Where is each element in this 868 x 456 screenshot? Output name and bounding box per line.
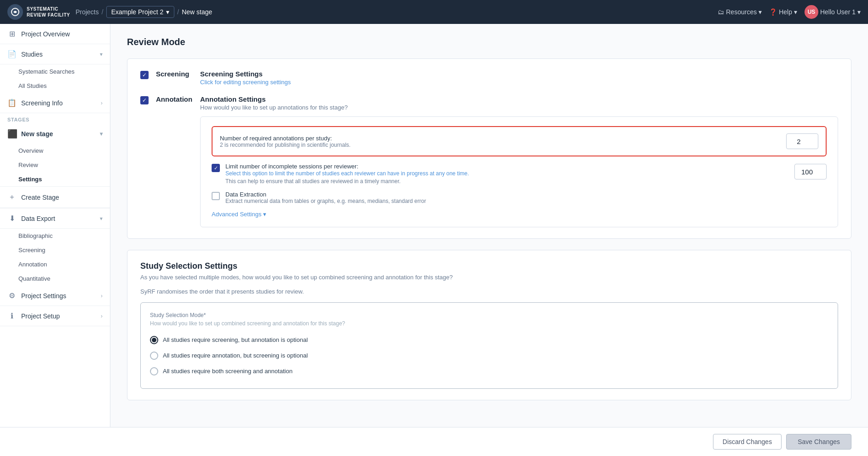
advanced-settings-link[interactable]: Advanced Settings ▾ — [212, 211, 827, 218]
sidebar-project-settings-label: Project Settings — [21, 292, 66, 300]
new-stage-chevron-icon: ▾ — [100, 131, 103, 137]
chevron-down-icon: ▾ — [166, 8, 169, 16]
project-dropdown-button[interactable]: Example Project 2 ▾ — [106, 6, 175, 18]
sidebar-item-studies[interactable]: 📄 Studies ▾ — [0, 44, 110, 64]
breadcrumb-page: New stage — [182, 8, 212, 16]
data-extraction-checkbox[interactable] — [212, 192, 220, 200]
sidebar-item-label: Project Overview — [21, 30, 70, 38]
limit-check-icon: ✓ — [214, 165, 218, 171]
sidebar-new-stage-header[interactable]: ⬛ New stage ▾ — [0, 124, 110, 144]
user-label: Hello User 1 — [820, 8, 856, 16]
limit-sessions-row: ✓ Limit number of incomplete sessions pe… — [212, 163, 827, 185]
new-stage-icon: ⬛ — [7, 129, 17, 139]
breadcrumb: Projects / Example Project 2 ▾ / New sta… — [75, 6, 712, 18]
help-menu[interactable]: ❓ Help ▾ — [769, 8, 797, 16]
info-icon: ℹ — [7, 312, 17, 320]
annotation-label: Annotation — [156, 95, 193, 103]
limit-sessions-checkbox[interactable]: ✓ — [212, 164, 220, 172]
help-label: Help — [779, 8, 792, 16]
sidebar-sub-annotation[interactable]: Annotation — [0, 257, 110, 271]
limit-sessions-desc2: This can help to ensure that all studies… — [225, 178, 469, 185]
resources-chevron-icon: ▾ — [759, 8, 762, 16]
limit-sessions-text: Limit number of incomplete sessions per … — [225, 163, 469, 185]
required-annotations-text: Number of required annotations per study… — [220, 135, 351, 148]
annotation-box: Number of required annotations per study… — [200, 116, 838, 227]
topnav: SYSTEMATIC REVIEW FACILITY Projects / Ex… — [0, 0, 868, 24]
sidebar-sub-quantitative[interactable]: Quantitative — [0, 271, 110, 286]
radio-option-2[interactable]: All studies require annotation, but scre… — [150, 348, 828, 364]
sidebar-sub-overview[interactable]: Overview — [0, 144, 110, 158]
limit-sessions-desc1: Select this option to limit the number o… — [225, 170, 469, 178]
sidebar-sub-screening[interactable]: Screening — [0, 243, 110, 257]
sidebar-sub-all-studies[interactable]: All Studies — [0, 79, 110, 93]
sidebar-item-project-settings[interactable]: ⚙ Project Settings › — [0, 286, 110, 306]
screening-checkbox[interactable]: ✓ — [140, 71, 149, 79]
screening-mode-row: ✓ Screening Screening Settings Click for… — [140, 70, 838, 86]
sidebar-item-project-setup[interactable]: ℹ Project Setup › — [0, 306, 110, 326]
sidebar-create-stage-label: Create Stage — [21, 194, 59, 201]
radio-button-3[interactable] — [150, 367, 158, 375]
radio-button-1[interactable] — [150, 336, 158, 344]
project-overview-icon: ⊞ — [7, 29, 17, 38]
annotation-settings-block: Annotation Settings How would you like t… — [200, 95, 838, 227]
radio-option-1[interactable]: All studies require screening, but annot… — [150, 332, 828, 348]
studies-icon: 📄 — [7, 50, 17, 58]
study-selection-desc1: As you have selected multiple modes, how… — [140, 274, 838, 281]
sidebar-item-data-export[interactable]: ⬇ Data Export ▾ — [0, 208, 110, 229]
studies-chevron-icon: ▾ — [100, 51, 103, 58]
annotation-check-icon: ✓ — [142, 97, 147, 104]
study-selection-desc2: SyRF randomises the order that it presen… — [140, 288, 838, 295]
save-changes-button[interactable]: Save Changes — [786, 434, 851, 450]
logo: SYSTEMATIC REVIEW FACILITY — [7, 4, 70, 20]
gear-icon: ⚙ — [7, 291, 17, 300]
project-settings-chevron-icon: › — [101, 293, 103, 299]
resources-menu[interactable]: 🗂 Resources ▾ — [718, 8, 762, 16]
radio-option-3[interactable]: All studies require both screening and a… — [150, 364, 828, 379]
annotation-checkbox[interactable]: ✓ — [140, 96, 149, 104]
study-selection-section: Study Selection Settings As you have sel… — [127, 250, 851, 400]
breadcrumb-sep1: / — [102, 8, 103, 16]
logo-icon — [7, 4, 23, 20]
data-export-icon: ⬇ — [7, 214, 17, 223]
limit-sessions-input[interactable] — [794, 164, 827, 179]
topnav-right: 🗂 Resources ▾ ❓ Help ▾ US Hello User 1 ▾ — [718, 5, 861, 19]
logo-text-line2: REVIEW FACILITY — [27, 12, 70, 18]
project-dropdown-label: Example Project 2 — [111, 8, 164, 16]
screening-label: Screening — [156, 70, 193, 78]
sidebar-sub-bibliographic[interactable]: Bibliographic — [0, 229, 110, 243]
screening-info-chevron-icon: › — [101, 100, 103, 106]
check-icon: ✓ — [142, 72, 147, 78]
required-annotations-input[interactable] — [786, 133, 818, 149]
breadcrumb-projects[interactable]: Projects — [75, 8, 99, 16]
sidebar-sub-systematic-searches[interactable]: Systematic Searches — [0, 64, 110, 79]
sidebar-item-screening-info[interactable]: 📋 Screening Info › — [0, 93, 110, 113]
sidebar-sub-settings[interactable]: Settings — [0, 172, 110, 186]
sidebar-item-create-stage[interactable]: ＋ Create Stage — [0, 187, 110, 208]
user-menu[interactable]: US Hello User 1 ▾ — [805, 5, 861, 19]
selection-mode-legend: Study Selection Mode* — [150, 312, 828, 318]
limit-sessions-title: Limit number of incomplete sessions per … — [225, 163, 469, 170]
discard-changes-button[interactable]: Discard Changes — [713, 434, 782, 450]
help-chevron-icon: ▾ — [794, 8, 797, 16]
sidebar-item-project-overview[interactable]: ⊞ Project Overview — [0, 24, 110, 44]
avatar: US — [805, 5, 818, 19]
data-extraction-desc: Extract numerical data from tables or gr… — [225, 198, 426, 204]
sidebar-data-export-label: Data Export — [21, 215, 55, 222]
bottom-actions: Discard Changes Save Changes — [0, 427, 868, 456]
required-annotations-row: Number of required annotations per study… — [212, 126, 827, 156]
sidebar: ⊞ Project Overview 📄 Studies ▾ Systemati… — [0, 24, 110, 427]
sidebar-studies-label: Studies — [21, 51, 43, 58]
radio-button-2[interactable] — [150, 352, 158, 360]
advanced-settings-chevron-icon: ▾ — [263, 211, 266, 218]
selection-mode-box: Study Selection Mode* How would you like… — [140, 302, 838, 389]
screening-settings-link[interactable]: Click for editing screening settings — [200, 79, 291, 86]
page-title: Review Mode — [127, 37, 851, 47]
resources-label: Resources — [726, 8, 757, 16]
breadcrumb-sep2: / — [177, 8, 179, 16]
help-circle-icon: ❓ — [769, 8, 777, 16]
radio-label-1: All studies require screening, but annot… — [163, 336, 308, 343]
annotation-settings-desc: How would you like to set up annotations… — [200, 104, 838, 111]
plus-icon: ＋ — [7, 192, 17, 202]
project-setup-chevron-icon: › — [101, 313, 103, 319]
sidebar-sub-review[interactable]: Review — [0, 158, 110, 172]
